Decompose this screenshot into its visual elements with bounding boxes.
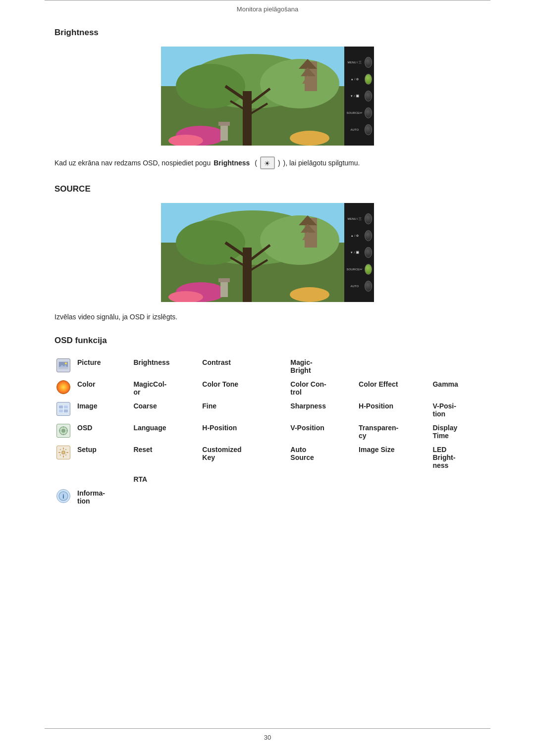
content-area: Brightness: [54, 28, 481, 508]
btn-down-label: ▼ / 🔲: [346, 95, 363, 98]
svg-rect-44: [64, 405, 68, 408]
btn-source: [365, 107, 372, 118]
svg-point-34: [290, 287, 329, 302]
scene-svg-brightness: [161, 47, 344, 146]
picture-col3: [271, 355, 286, 377]
svg-point-15: [290, 131, 329, 146]
svg-rect-17: [220, 123, 228, 141]
color-col6: Gamma: [428, 377, 481, 399]
picture-brightness: Brightness: [133, 358, 169, 366]
setup-reset: Reset: [133, 446, 152, 454]
rta-empty: [197, 472, 481, 486]
image-col6: V-Posi-tion: [428, 399, 481, 421]
osd-vposition: V-Position: [290, 424, 324, 432]
svg-point-23: [260, 215, 339, 265]
svg-point-41: [65, 362, 67, 364]
image-col3: [271, 399, 286, 421]
source-btn-down-label: ▼ / 🔲: [346, 251, 363, 254]
setup-col1: Reset: [128, 443, 197, 472]
image-col5: H-Position: [354, 399, 428, 421]
source-btn-auto: [365, 281, 372, 292]
color-control: Color Con-trol: [290, 380, 326, 396]
rta-col1: RTA: [128, 472, 197, 486]
bottom-area: 30: [45, 728, 490, 741]
picture-label-cell: Picture: [72, 355, 128, 377]
source-section: SOURCE: [54, 184, 481, 321]
svg-rect-43: [59, 405, 63, 408]
picture-contrast: Contrast: [202, 358, 231, 366]
btn-up: [365, 74, 372, 85]
rta-label-cell: [72, 472, 128, 486]
source-btn-source-label: SOURCE/↵: [346, 268, 363, 271]
picture-icon: [56, 358, 70, 372]
brightness-monitor-image: MENU / 三 ▲ / ✿ ▼ / 🔲 SOURCE/↵: [54, 47, 481, 146]
color-col4: Color Con-trol: [285, 377, 354, 399]
info-icon: i: [56, 489, 70, 503]
osd-icon: [56, 424, 70, 438]
image-icon: [56, 402, 70, 416]
svg-rect-59: [60, 449, 61, 451]
monitor-buttons-brightness: MENU / 三 ▲ / ✿ ▼ / 🔲 SOURCE/↵: [344, 47, 374, 146]
svg-rect-37: [218, 278, 230, 282]
color-col1: MagicCol-or: [128, 377, 197, 399]
source-btn-source-row: SOURCE/↵: [346, 264, 372, 275]
source-title: SOURCE: [54, 184, 481, 194]
source-btn-menu: [365, 213, 372, 224]
table-row: Picture Brightness Contrast Magic-Bright: [54, 355, 481, 377]
page-header: Monitora pielāgošana: [45, 5, 490, 13]
picture-col2: Contrast: [197, 355, 270, 377]
monitor-display-source: MENU / 三 ▲ / ✿ ▼ / 🔲 SOURCE/↵: [161, 203, 374, 302]
icon-cell-setup: [54, 443, 72, 472]
svg-point-48: [61, 429, 65, 433]
svg-point-4: [260, 59, 339, 108]
osd-displaytime: DisplayTime: [432, 424, 457, 440]
bottom-rule: [45, 728, 490, 729]
icon-cell-picture: [54, 355, 72, 377]
osd-transparency: Transparen-cy: [359, 424, 398, 440]
info-label-cell: Informa-tion: [72, 486, 128, 508]
svg-rect-45: [59, 409, 63, 412]
btn-down-row: ▼ / 🔲: [346, 91, 372, 101]
svg-rect-56: [63, 455, 64, 457]
table-row: Setup Reset CustomizedKey AutoSource Ima…: [54, 443, 481, 472]
osd-table: Picture Brightness Contrast Magic-Bright: [54, 355, 481, 508]
osd-col1: Language: [128, 421, 197, 443]
setup-label: Setup: [77, 446, 97, 454]
setup-col6: LEDBright-ness: [428, 443, 481, 472]
source-monitor-image: MENU / 三 ▲ / ✿ ▼ / 🔲 SOURCE/↵: [54, 203, 481, 302]
image-fine: Fine: [202, 402, 216, 410]
table-row: i Informa-tion: [54, 486, 481, 508]
osd-section: OSD funkcija Picture Brightness Contrast: [54, 336, 481, 508]
setup-rta: RTA: [133, 475, 147, 483]
btn-source-label: SOURCE/↵: [346, 111, 363, 115]
source-caption: Izvēlas video signālu, ja OSD ir izslēgt…: [54, 313, 481, 321]
osd-col4: V-Position: [285, 421, 354, 443]
btn-auto-label: AUTO: [346, 128, 363, 132]
svg-rect-60: [65, 449, 67, 451]
table-row: RTA: [54, 472, 481, 486]
image-col2: Fine: [197, 399, 270, 421]
table-row: Image Coarse Fine Sharpness H-Position V…: [54, 399, 481, 421]
svg-text:i: i: [62, 493, 64, 500]
icon-cell-color: [54, 377, 72, 399]
svg-rect-18: [218, 122, 230, 126]
osd-label-cell: OSD: [72, 421, 128, 443]
source-btn-source: [365, 264, 372, 275]
source-btn-up-label: ▲ / ✿: [346, 234, 363, 238]
image-hposition: H-Position: [359, 402, 393, 410]
picture-col1: Brightness: [128, 355, 197, 377]
image-col1: Coarse: [128, 399, 197, 421]
caption-before: Kad uz ekrāna nav redzams OSD, nospiedie…: [54, 157, 211, 168]
color-col2: Color Tone: [197, 377, 270, 399]
svg-rect-62: [65, 454, 67, 456]
icon-cell-osd: [54, 421, 72, 443]
icon-cell-info: i: [54, 486, 72, 508]
monitor-buttons-source: MENU / 三 ▲ / ✿ ▼ / 🔲 SOURCE/↵: [344, 203, 374, 302]
picture-label: Picture: [77, 358, 101, 366]
source-btn-auto-row: AUTO: [346, 281, 372, 292]
color-col5: Color Effect: [354, 377, 428, 399]
btn-up-label: ▲ / ✿: [346, 78, 363, 81]
osd-hposition: H-Position: [202, 424, 237, 432]
icon-cell-rta: [54, 472, 72, 486]
color-tone: Color Tone: [202, 380, 238, 388]
